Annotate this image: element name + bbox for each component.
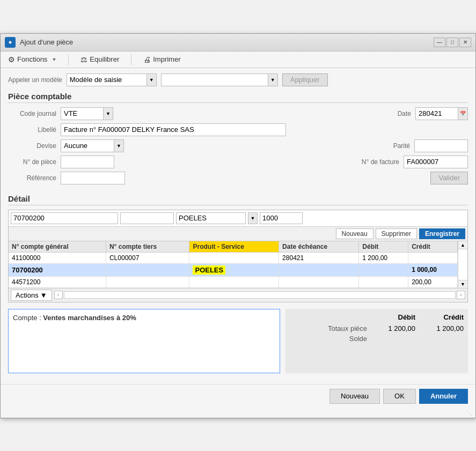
- reference-input[interactable]: [61, 172, 125, 184]
- code-journal-input[interactable]: [61, 107, 104, 120]
- solde-row: Solde: [290, 335, 464, 343]
- actions-arrow: ▼: [40, 291, 47, 299]
- footer-nouveau-button[interactable]: Nouveau: [329, 389, 380, 404]
- detail-product-input[interactable]: [176, 212, 246, 224]
- scroll-down-btn[interactable]: ▼: [458, 280, 467, 288]
- model-dropdown-arrow[interactable]: ▼: [147, 73, 157, 86]
- produit-highlight: POELES: [193, 265, 225, 275]
- n-piece-input[interactable]: [61, 156, 114, 168]
- detail-action-row: Nouveau Supprimer Enregistrer: [9, 227, 467, 241]
- fonctions-arrow: ▼: [52, 57, 56, 62]
- parite-input[interactable]: [414, 139, 468, 152]
- fonctions-button[interactable]: ⚙ Fonctions ▼: [5, 54, 60, 65]
- cell-debit: 1 200,00: [359, 252, 408, 263]
- model-combo: ▼: [67, 73, 157, 86]
- imprimer-icon: 🖨: [143, 55, 151, 64]
- cell-echeance: [279, 276, 359, 287]
- title-bar-left: Ajout d'une pièce: [5, 37, 73, 48]
- solde-label: Solde: [349, 335, 367, 343]
- detail-input-row: ▼: [9, 210, 467, 227]
- reference-row: Référence Valider: [8, 172, 468, 184]
- cell-credit: 1 000,00: [408, 263, 458, 276]
- resize-icon[interactable]: ⋱: [467, 410, 473, 417]
- scroll-horizontal-track: [64, 291, 456, 299]
- scroll-up-btn[interactable]: ▲: [458, 241, 467, 249]
- credit-header: Crédit: [421, 313, 464, 321]
- footer-ok-button[interactable]: OK: [383, 389, 416, 404]
- col-header-echeance: Date échéance: [279, 241, 359, 253]
- imprimer-button[interactable]: 🖨 Imprimer: [140, 54, 184, 65]
- detail-table-wrapper: N° compte général N° compte tiers Produi…: [9, 241, 467, 288]
- footer-annuler-button[interactable]: Annuler: [419, 389, 468, 404]
- cell-compte: 41100000: [9, 252, 106, 263]
- equilibrer-label: Equilibrer: [90, 55, 119, 63]
- detail-table-body: 41100000 CL000007 280421 1 200,00 707002…: [9, 252, 458, 287]
- totaux-piece-row: Totaux pièce 1 200,00 1 200,00: [290, 324, 464, 332]
- valider-button[interactable]: Valider: [430, 172, 468, 184]
- actions-button[interactable]: Actions ▼: [11, 290, 52, 301]
- enregistrer-detail-button[interactable]: Enregistrer: [419, 228, 465, 239]
- compte-name: Ventes marchandises à 20%: [43, 314, 136, 322]
- piece-facture-row: N° de pièce N° de facture: [8, 156, 468, 168]
- piece-comptable-title: Pièce comptable: [8, 92, 468, 103]
- model-second-arrow[interactable]: ▼: [268, 73, 278, 86]
- code-date-row: Code journal ▼ Date 📅: [8, 107, 468, 120]
- compte-info-box: Compte : Ventes marchandises à 20%: [8, 309, 280, 373]
- col-header-credit: Crédit: [408, 241, 458, 253]
- cell-credit: 200,00: [408, 276, 458, 287]
- equilibrer-button[interactable]: ⚖ Equilibrer: [77, 54, 122, 65]
- nav-right-button[interactable]: ›: [457, 291, 465, 299]
- apply-button[interactable]: Appliquer: [282, 73, 328, 86]
- cell-tiers: CL000007: [106, 252, 189, 263]
- separator-2: [131, 54, 131, 65]
- devise-input[interactable]: [61, 139, 114, 152]
- cell-produit: [189, 252, 279, 263]
- cell-tiers: [106, 276, 189, 287]
- cell-credit: [408, 252, 458, 263]
- detail-number-input[interactable]: [260, 212, 303, 224]
- cell-compte: 44571200: [9, 276, 106, 287]
- devise-arrow[interactable]: ▼: [114, 139, 124, 152]
- devise-label: Devise: [8, 142, 56, 150]
- code-journal-label: Code journal: [8, 110, 56, 117]
- date-input[interactable]: [415, 107, 458, 120]
- totaux-label: Totaux pièce: [328, 324, 367, 332]
- actions-label: Actions: [16, 291, 39, 299]
- detail-product-arrow[interactable]: ▼: [248, 212, 258, 224]
- resize-area: ⋱: [1, 409, 475, 418]
- n-facture-input[interactable]: [404, 156, 468, 168]
- date-combo: 📅: [415, 107, 468, 120]
- app-icon: [5, 37, 16, 48]
- minimize-button[interactable]: —: [434, 38, 445, 47]
- totaux-box: Débit Crédit Totaux pièce 1 200,00 1 200…: [285, 309, 468, 373]
- table-row[interactable]: 70700200 POELES 1 000,00: [9, 263, 458, 276]
- reference-label: Référence: [8, 174, 56, 182]
- compte-prefix: Compte :: [13, 314, 43, 322]
- bottom-section: Compte : Ventes marchandises à 20% Débit…: [8, 309, 468, 373]
- detail-table: N° compte général N° compte tiers Produi…: [9, 241, 458, 288]
- table-row[interactable]: 44571200 200,00: [9, 276, 458, 287]
- maximize-button[interactable]: □: [446, 38, 458, 47]
- title-bar: Ajout d'une pièce — □ ✕: [1, 34, 475, 51]
- close-button[interactable]: ✕: [459, 38, 471, 47]
- libelle-label: Libellé: [8, 126, 56, 134]
- footer-buttons: Nouveau OK Annuler: [1, 384, 475, 409]
- totaux-credit-value: 1 200,00: [421, 324, 464, 332]
- nouveau-detail-button[interactable]: Nouveau: [336, 228, 374, 239]
- supprimer-detail-button[interactable]: Supprimer: [376, 228, 417, 239]
- model-second-input[interactable]: [161, 73, 268, 86]
- scroll-bar: ▲ ▼: [458, 241, 467, 288]
- code-journal-arrow[interactable]: ▼: [104, 107, 113, 120]
- devise-parite-row: Devise ▼ Parité: [8, 139, 468, 152]
- date-calendar-btn[interactable]: 📅: [458, 107, 468, 120]
- model-row: Appeler un modèle ▼ ▼ Appliquer: [8, 73, 468, 86]
- nav-left-button[interactable]: ‹: [54, 291, 63, 299]
- n-piece-label: N° de pièce: [8, 158, 56, 166]
- libelle-input[interactable]: [61, 123, 286, 136]
- scroll-track: [458, 249, 467, 280]
- detail-account-input[interactable]: [11, 212, 118, 224]
- detail-section: Détail ▼ Nouveau Supprimer Enregistrer: [8, 194, 468, 302]
- detail-middle-input[interactable]: [120, 212, 174, 224]
- model-select-input[interactable]: [67, 73, 147, 86]
- table-row[interactable]: 41100000 CL000007 280421 1 200,00: [9, 252, 458, 263]
